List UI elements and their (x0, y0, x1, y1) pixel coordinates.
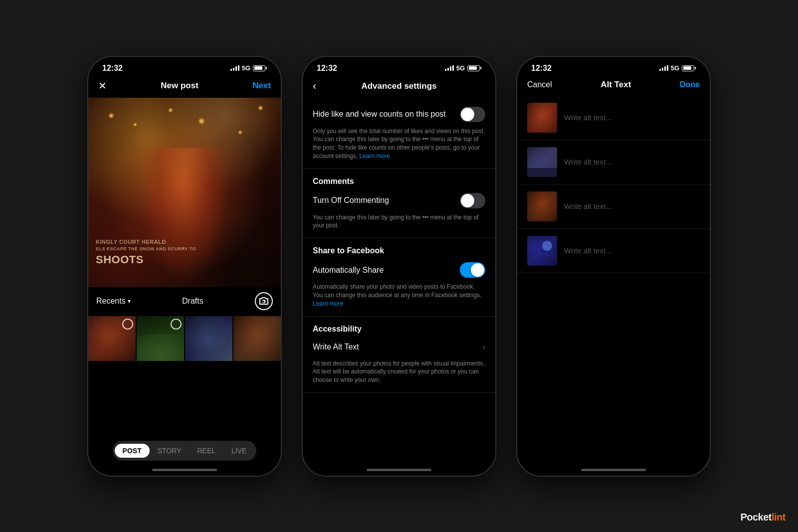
likes-learn-more[interactable]: Learn more (359, 153, 390, 160)
alt-input-1[interactable]: Write alt text... (564, 113, 700, 122)
alt-placeholder-4: Write alt text... (564, 246, 612, 255)
battery-3 (682, 65, 696, 71)
alt-thumbnail-3 (527, 191, 557, 221)
alt-input-2[interactable]: Write alt text... (564, 158, 700, 167)
close-button[interactable]: ✕ (98, 80, 107, 92)
comments-description: You can change this later by going to th… (313, 213, 485, 230)
facebook-section: Share to Facebook Automatically Share Au… (303, 238, 495, 316)
phone-new-post: 12:32 5G (87, 56, 282, 477)
next-button[interactable]: Next (252, 81, 271, 91)
likes-section: Hide like and view counts on this post O… (303, 99, 495, 169)
comments-toggle-row: Turn Off Commenting (313, 193, 485, 208)
network-3: 5G (671, 64, 679, 72)
comments-section-title: Comments (313, 177, 485, 186)
status-bar-2: 12:32 5G (303, 57, 495, 76)
camera-button[interactable] (255, 292, 273, 310)
status-bar-1: 12:32 5G (88, 57, 281, 76)
post-mode-bar: POST STORY REEL LIVE (88, 435, 281, 465)
battery-2 (467, 65, 481, 71)
status-right-2: 5G (445, 64, 481, 72)
recents-button[interactable]: Recents ▾ (96, 297, 131, 306)
alt-text-item-3: Write alt text... (517, 184, 710, 229)
settings-spacer (303, 393, 495, 464)
main-photo-area: KINGLY COURT HERALD ELS ESCAPE THE SNOW … (88, 98, 281, 287)
alt-text-header: Cancel Alt Text Done (517, 76, 710, 96)
thumbnail-item[interactable] (88, 316, 136, 361)
light-dot (168, 108, 173, 113)
phone-advanced-settings: 12:32 5G (302, 56, 496, 477)
light-dot (108, 113, 114, 119)
select-indicator (122, 319, 133, 330)
drafts-button[interactable]: Drafts (182, 297, 203, 306)
settings-title: Advanced settings (361, 81, 436, 91)
facebook-toggle[interactable] (460, 262, 485, 278)
facebook-learn-more[interactable]: Learn more (313, 300, 343, 307)
light-dot (258, 105, 263, 111)
sign-overlay: KINGLY COURT HERALD ELS ESCAPE THE SNOW … (96, 238, 273, 267)
accessibility-section-title: Accessibility (313, 325, 485, 334)
light-dot (238, 130, 242, 135)
new-post-header: ✕ New post Next (88, 76, 281, 98)
empty-gallery-space (88, 362, 281, 435)
signal-3 (659, 65, 668, 71)
chevron-down-icon: ▾ (128, 298, 131, 305)
alt-input-3[interactable]: Write alt text... (564, 202, 700, 211)
alt-text-item-1: Write alt text... (517, 96, 710, 140)
alt-text-list: Write alt text... Write alt text... (517, 96, 710, 280)
home-indicator-2 (303, 465, 495, 476)
comments-toggle[interactable] (460, 193, 485, 208)
status-bar-3: 12:32 5G (517, 57, 710, 76)
likes-label: Hide like and view counts on this post (313, 110, 460, 119)
likes-toggle-row: Hide like and view counts on this post (313, 107, 485, 122)
network-1: 5G (242, 64, 250, 72)
chevron-right-icon: › (483, 343, 485, 352)
advanced-settings-header: ‹ Advanced settings (303, 76, 495, 99)
mode-selector: POST STORY REEL LIVE (113, 441, 257, 461)
dynamic-island-1 (155, 62, 214, 79)
alt-text-spacer (517, 280, 710, 465)
facebook-label: Automatically Share (313, 266, 460, 275)
thumbnail-item[interactable] (137, 316, 184, 361)
alt-text-item-2: Write alt text... (517, 140, 710, 184)
thumbnail-item[interactable] (185, 316, 232, 361)
alt-placeholder-3: Write alt text... (564, 202, 612, 210)
cancel-button[interactable]: Cancel (527, 80, 552, 89)
mode-post[interactable]: POST (115, 444, 150, 458)
likes-description: Only you will see the total number of li… (313, 127, 485, 161)
dynamic-island-3 (584, 62, 643, 79)
thumbnail-item[interactable] (233, 316, 281, 361)
likes-toggle[interactable] (460, 107, 485, 122)
thumbnails-grid (88, 315, 281, 362)
comments-section: Comments Turn Off Commenting You can cha… (303, 169, 495, 239)
status-right-3: 5G (659, 64, 696, 72)
alt-text-item-4: Write alt text... (517, 229, 710, 273)
done-button[interactable]: Done (680, 80, 700, 89)
phone-alt-text: 12:32 5G (516, 56, 711, 477)
media-toolbar: Recents ▾ Drafts (88, 287, 281, 315)
home-indicator-3 (517, 465, 710, 476)
watermark: Pocketlint (740, 512, 786, 523)
mode-story[interactable]: STORY (150, 444, 190, 458)
alt-input-4[interactable]: Write alt text... (564, 246, 700, 255)
signal-2 (445, 65, 454, 71)
back-button[interactable]: ‹ (313, 80, 316, 93)
alt-text-nav-label: Write Alt Text (313, 343, 359, 352)
facebook-toggle-row: Automatically Share (313, 262, 485, 278)
settings-content: Hide like and view counts on this post O… (303, 99, 495, 465)
alt-placeholder-2: Write alt text... (564, 158, 612, 166)
signal-1 (230, 65, 239, 71)
alt-text-description: Alt text describes your photos for peopl… (313, 359, 485, 384)
alt-text-nav-row[interactable]: Write Alt Text › (313, 341, 485, 354)
time-2: 12:32 (317, 64, 337, 73)
light-dot (198, 118, 205, 125)
new-post-title: New post (161, 81, 199, 91)
alt-thumbnail-4 (527, 236, 557, 266)
watermark-text: Pocket (740, 512, 772, 523)
select-indicator (171, 319, 182, 330)
camera-icon (259, 297, 268, 305)
mode-reel[interactable]: REEL (189, 444, 223, 458)
comments-label: Turn Off Commenting (313, 196, 460, 205)
mode-live[interactable]: LIVE (223, 444, 254, 458)
watermark-accent: lint (772, 512, 786, 523)
light-dot (133, 123, 137, 127)
